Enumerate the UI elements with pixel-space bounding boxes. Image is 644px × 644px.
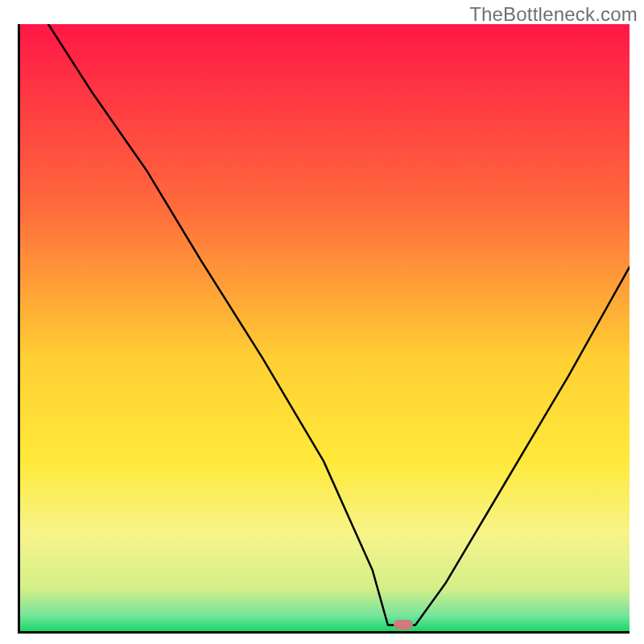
x-axis	[18, 631, 630, 634]
gradient-background	[18, 24, 630, 631]
watermark-text: TheBottleneck.com	[469, 3, 638, 26]
plot-area	[18, 24, 630, 631]
y-axis	[18, 24, 20, 631]
bottleneck-chart: TheBottleneck.com	[0, 0, 644, 644]
optimal-point-marker	[394, 620, 413, 630]
plot-svg	[18, 24, 630, 631]
